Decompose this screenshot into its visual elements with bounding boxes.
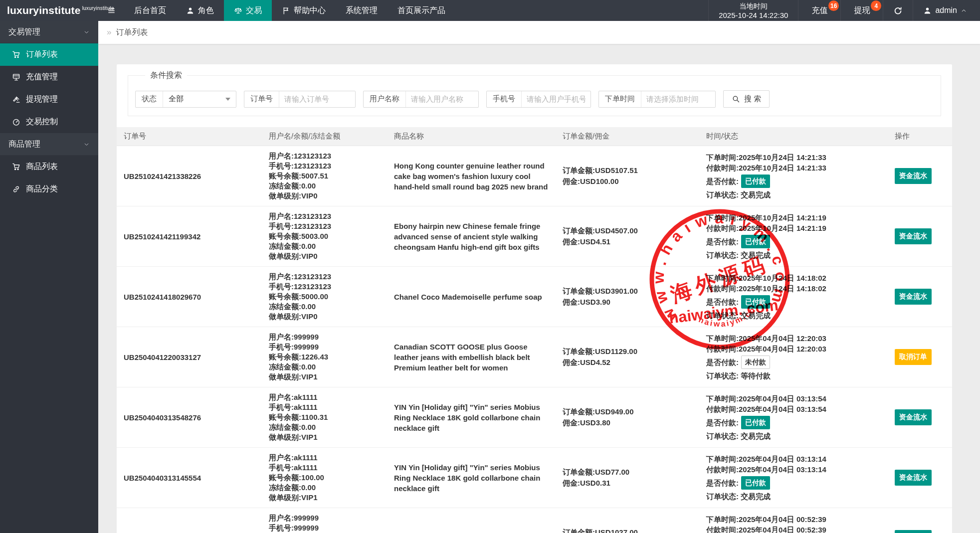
user-info-line: 手机号:999999 xyxy=(269,523,380,533)
status-filter-label: 状态 xyxy=(136,91,163,107)
sidebar-toggle-button[interactable] xyxy=(98,0,124,21)
chevron-down-icon xyxy=(83,29,90,35)
nav-item[interactable]: 后台首页 xyxy=(124,0,176,21)
user-info: 用户名:999999手机号:999999账号余额:1222.32冻结金额:0.0… xyxy=(262,508,387,533)
search-icon xyxy=(732,95,740,103)
order-time-filter-label: 下单时间 xyxy=(599,91,641,107)
username-input[interactable] xyxy=(406,91,478,107)
order-time: 下单时间:2025年10月24日 14:21:33 xyxy=(706,152,881,163)
order-no-input[interactable] xyxy=(279,91,355,107)
chevron-up-icon xyxy=(961,7,967,14)
order-status: 订单状态: 交易完成 xyxy=(706,250,881,260)
user-info-line: 账号余额:100.00 xyxy=(269,473,380,483)
pay-status-label: 是否付款: xyxy=(706,357,739,367)
order-amount: 订单金额:USD77.00 xyxy=(563,467,692,478)
order-amount: 订单金额:USD1129.00 xyxy=(563,346,692,357)
pay-time: 付款时间:2025年10月24日 14:21:19 xyxy=(706,223,881,233)
main-nav: 后台首页角色交易帮助中心系统管理首页展示产品 xyxy=(124,0,455,21)
sidebar-item[interactable]: 充值管理 xyxy=(0,66,98,88)
nav-item-label: 后台首页 xyxy=(134,5,166,16)
sidebar-item-label: 交易控制 xyxy=(26,117,58,127)
recharge-button[interactable]: 充值 16 xyxy=(798,0,840,21)
order-amount: 订单金额:USD3901.00 xyxy=(563,286,692,297)
row-action-button[interactable]: 资金流水 xyxy=(895,168,932,184)
sidebar-item[interactable]: 订单列表 xyxy=(0,43,98,66)
sidebar-group-header[interactable]: 交易管理 xyxy=(0,21,98,43)
sidebar-group-header[interactable]: 商品管理 xyxy=(0,133,98,156)
nav-item[interactable]: 系统管理 xyxy=(336,0,388,21)
row-action-button[interactable]: 取消订单 xyxy=(895,349,932,365)
board-icon xyxy=(12,73,20,81)
user-info-line: 账号余额:5003.00 xyxy=(269,231,380,241)
table-row: UB2504040313548276 用户名:ak1111手机号:ak1111账… xyxy=(117,387,952,448)
nav-item[interactable]: 交易 xyxy=(224,0,272,21)
user-info-line: 账号余额:5007.51 xyxy=(269,171,380,181)
breadcrumb: » 订单列表 xyxy=(98,21,980,44)
product-name: Canadian SCOTT GOOSE plus Goose leather … xyxy=(394,342,549,373)
user-info-line: 用户名:123123123 xyxy=(269,151,380,161)
user-info: 用户名:123123123手机号:123123123账号余额:5007.51冻结… xyxy=(262,146,387,206)
order-status: 订单状态: 交易完成 xyxy=(706,310,881,321)
withdraw-button[interactable]: 提现 4 xyxy=(840,0,883,21)
user-info: 用户名:123123123手机号:123123123账号余额:5000.00冻结… xyxy=(262,267,387,327)
commission: 佣金:USD3.80 xyxy=(563,417,692,428)
product-name: YIN Yin [Holiday gift] "Yin" series Mobi… xyxy=(394,462,549,494)
sidebar-item-label: 商品分类 xyxy=(26,184,58,194)
order-time: 下单时间:2025年04月04日 12:20:03 xyxy=(706,333,881,344)
filter-row: 状态 全部 订单号用户名称手机号下单时间 搜 索 xyxy=(135,90,934,108)
content-area: 条件搜索 状态 全部 订单号用户名称手机号下单时间 搜 索 订单号 xyxy=(98,44,980,533)
status-select-value: 全部 xyxy=(169,94,184,104)
commission: 佣金:USD4.51 xyxy=(563,236,692,247)
user-info-line: 手机号:999999 xyxy=(269,342,380,352)
order-time-input[interactable] xyxy=(641,91,715,107)
pay-status-badge: 已付款 xyxy=(741,235,770,248)
nav-item[interactable]: 首页展示产品 xyxy=(388,0,455,21)
user-info-line: 账号余额:5000.00 xyxy=(269,292,380,302)
order-number: UB2504040313548276 xyxy=(117,408,262,427)
pay-time: 付款时间:2025年04月04日 03:13:14 xyxy=(706,464,881,475)
user-info-line: 用户名:999999 xyxy=(269,513,380,523)
gavel-icon xyxy=(12,95,20,104)
row-action-button[interactable]: 资金流水 xyxy=(895,530,932,533)
user-info-line: 用户名:999999 xyxy=(269,332,380,342)
order-time: 下单时间:2025年04月04日 03:13:14 xyxy=(706,454,881,464)
product-name: Ebony hairpin new Chinese female fringe … xyxy=(394,221,549,252)
scales-icon xyxy=(234,6,242,15)
row-action-button[interactable]: 资金流水 xyxy=(895,289,932,305)
pay-status-label: 是否付款: xyxy=(706,176,739,186)
sidebar-item[interactable]: 提现管理 xyxy=(0,88,98,111)
refresh-button[interactable] xyxy=(883,0,913,21)
sidebar-item[interactable]: 商品列表 xyxy=(0,156,98,178)
sidebar-item-label: 充值管理 xyxy=(26,72,58,82)
order-number: UB2510241418029670 xyxy=(117,288,262,306)
order-number: UB2504040313145554 xyxy=(117,469,262,487)
admin-menu[interactable]: admin xyxy=(913,0,980,21)
order-status: 订单状态: 交易完成 xyxy=(706,491,881,502)
user-info-line: 做单级别:VIP0 xyxy=(269,251,380,261)
nav-item[interactable]: 帮助中心 xyxy=(272,0,336,21)
sidebar-item[interactable]: 商品分类 xyxy=(0,178,98,200)
flag-icon xyxy=(282,6,290,15)
pay-status-label: 是否付款: xyxy=(706,236,739,247)
nav-item[interactable]: 角色 xyxy=(176,0,224,21)
search-button[interactable]: 搜 索 xyxy=(723,90,770,108)
row-action-button[interactable]: 资金流水 xyxy=(895,470,932,486)
table-row: UB2510241421338226 用户名:123123123手机号:1231… xyxy=(117,146,952,206)
phone-input[interactable] xyxy=(522,91,590,107)
row-action-button[interactable]: 资金流水 xyxy=(895,228,932,244)
status-select[interactable]: 全部 xyxy=(163,91,236,107)
table-row: UB2510241418029670 用户名:123123123手机号:1231… xyxy=(117,267,952,327)
sidebar-item[interactable]: 交易控制 xyxy=(0,111,98,133)
order-number: UB2504040052391461 xyxy=(117,529,262,533)
menu-icon xyxy=(107,6,116,15)
order-status: 订单状态: 交易完成 xyxy=(706,189,881,200)
user-info-line: 用户名:123123123 xyxy=(269,272,380,282)
pay-time: 付款时间:2025年04月04日 03:13:54 xyxy=(706,404,881,414)
col-header-user: 用户名/余额/冻结金额 xyxy=(262,127,387,146)
order-amount: 订单金额:USD949.00 xyxy=(563,406,692,417)
sidebar-group-label: 商品管理 xyxy=(8,139,40,150)
row-action-button[interactable]: 资金流水 xyxy=(895,409,932,425)
withdraw-badge: 4 xyxy=(871,0,881,11)
nav-item-label: 帮助中心 xyxy=(294,5,326,16)
sidebar-group-label: 交易管理 xyxy=(8,27,40,37)
